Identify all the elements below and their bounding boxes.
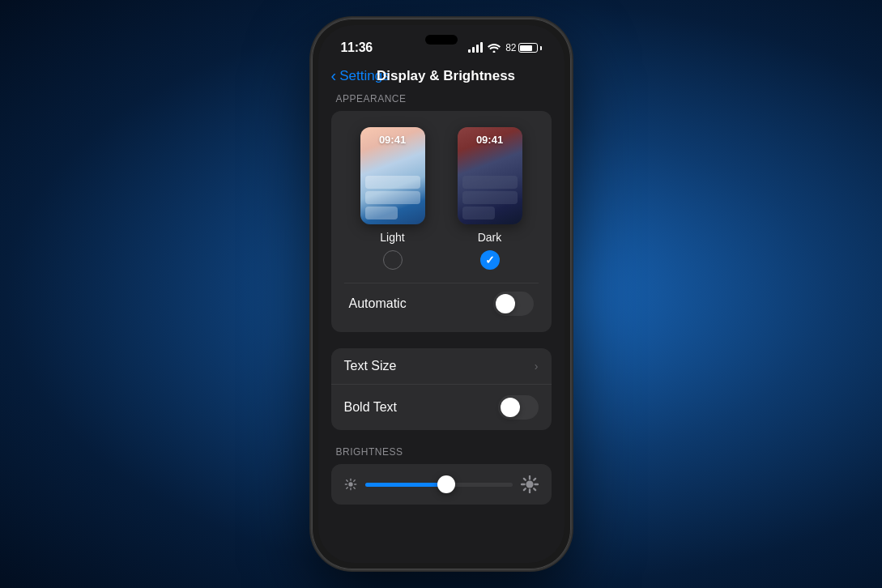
automatic-label: Automatic [349,296,407,311]
brightness-card [331,464,552,505]
light-preview-widgets [360,171,425,224]
svg-line-3 [346,480,347,481]
back-chevron-icon: ‹ [331,66,337,85]
dark-preview-time: 09:41 [458,134,522,146]
svg-line-12 [523,479,525,480]
appearance-section-label: APPEARANCE [331,93,552,104]
text-size-label: Text Size [344,359,397,373]
signal-icon [468,43,483,53]
text-size-right: › [535,360,539,373]
svg-line-8 [353,480,354,481]
dark-theme-radio[interactable]: ✓ [480,250,500,270]
svg-line-13 [534,488,535,490]
automatic-toggle-row: Automatic [344,283,539,319]
svg-line-16 [523,488,525,490]
status-time: 11:36 [341,40,373,55]
status-bar: 11:36 82 [318,25,565,64]
bold-text-toggle[interactable] [498,395,539,420]
brightness-low-icon [344,478,357,491]
navigation-bar: ‹ Settings Display & Brightness [318,64,565,93]
brightness-slider-track[interactable] [365,483,513,487]
light-theme-preview: 09:41 [360,127,425,224]
svg-line-4 [353,488,354,488]
phone-device: 11:36 82 [312,19,571,569]
svg-point-9 [526,480,533,488]
appearance-card: 09:41 Light 09:41 [331,111,552,332]
battery-fill [520,45,532,51]
checkmark-icon: ✓ [485,254,495,266]
theme-options: 09:41 Light 09:41 [344,127,539,270]
brightness-slider-fill [365,483,446,487]
svg-line-7 [346,488,347,488]
phone-screen: 11:36 82 [318,25,565,563]
page-title: Display & Brightness [341,68,552,84]
svg-line-17 [534,479,535,480]
settings-content: APPEARANCE 09:41 L [318,93,565,563]
automatic-toggle-thumb [496,294,515,313]
text-size-row[interactable]: Text Size › [331,348,552,385]
svg-point-0 [348,482,352,486]
light-theme-option[interactable]: 09:41 Light [360,127,425,270]
status-icons: 82 [468,42,541,53]
brightness-slider-row [344,475,539,493]
brightness-high-icon [521,475,539,493]
dark-theme-preview: 09:41 [458,127,522,224]
light-theme-label: Light [380,231,404,244]
dark-preview-widgets [458,171,522,224]
brightness-slider-thumb[interactable] [437,475,455,493]
bold-text-row: Bold Text [331,385,552,430]
light-theme-radio[interactable] [383,250,403,270]
text-size-chevron-icon: › [535,360,539,373]
wifi-icon [488,43,501,53]
battery-body [518,43,538,53]
dark-theme-option[interactable]: 09:41 Dark ✓ [458,127,522,270]
bold-text-label: Bold Text [344,400,398,415]
battery-percent: 82 [505,42,516,53]
automatic-toggle[interactable] [493,292,534,316]
dark-theme-label: Dark [478,231,502,244]
bold-text-toggle-thumb [501,398,520,417]
dynamic-island [425,35,458,45]
brightness-section-label: BRIGHTNESS [331,446,552,458]
battery-tip [540,46,542,50]
light-preview-time: 09:41 [360,134,425,146]
text-options-section: Text Size › Bold Text [331,348,552,430]
battery-icon: 82 [505,42,541,53]
